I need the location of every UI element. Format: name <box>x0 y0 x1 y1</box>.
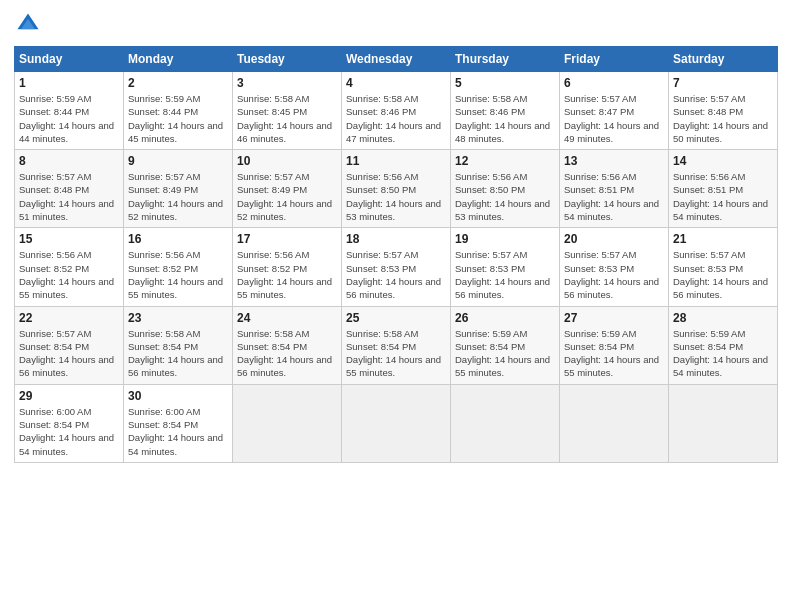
weekday-header-monday: Monday <box>124 47 233 72</box>
page: SundayMondayTuesdayWednesdayThursdayFrid… <box>0 0 792 612</box>
calendar-week-2: 8Sunrise: 5:57 AMSunset: 8:48 PMDaylight… <box>15 150 778 228</box>
calendar-day-13: 13Sunrise: 5:56 AMSunset: 8:51 PMDayligh… <box>560 150 669 228</box>
calendar-day-27: 27Sunrise: 5:59 AMSunset: 8:54 PMDayligh… <box>560 306 669 384</box>
calendar-header: SundayMondayTuesdayWednesdayThursdayFrid… <box>15 47 778 72</box>
weekday-header-friday: Friday <box>560 47 669 72</box>
calendar-day-10: 10Sunrise: 5:57 AMSunset: 8:49 PMDayligh… <box>233 150 342 228</box>
weekday-header-wednesday: Wednesday <box>342 47 451 72</box>
calendar-day-4: 4Sunrise: 5:58 AMSunset: 8:46 PMDaylight… <box>342 72 451 150</box>
calendar-day-12: 12Sunrise: 5:56 AMSunset: 8:50 PMDayligh… <box>451 150 560 228</box>
weekday-header-saturday: Saturday <box>669 47 778 72</box>
calendar-day-30: 30Sunrise: 6:00 AMSunset: 8:54 PMDayligh… <box>124 384 233 462</box>
calendar-day-8: 8Sunrise: 5:57 AMSunset: 8:48 PMDaylight… <box>15 150 124 228</box>
calendar-day-14: 14Sunrise: 5:56 AMSunset: 8:51 PMDayligh… <box>669 150 778 228</box>
weekday-header-thursday: Thursday <box>451 47 560 72</box>
calendar-day-22: 22Sunrise: 5:57 AMSunset: 8:54 PMDayligh… <box>15 306 124 384</box>
calendar-day-7: 7Sunrise: 5:57 AMSunset: 8:48 PMDaylight… <box>669 72 778 150</box>
logo-icon <box>14 10 42 38</box>
calendar-day-23: 23Sunrise: 5:58 AMSunset: 8:54 PMDayligh… <box>124 306 233 384</box>
calendar-day-empty <box>451 384 560 462</box>
calendar-day-3: 3Sunrise: 5:58 AMSunset: 8:45 PMDaylight… <box>233 72 342 150</box>
calendar-day-24: 24Sunrise: 5:58 AMSunset: 8:54 PMDayligh… <box>233 306 342 384</box>
calendar-day-19: 19Sunrise: 5:57 AMSunset: 8:53 PMDayligh… <box>451 228 560 306</box>
calendar-day-28: 28Sunrise: 5:59 AMSunset: 8:54 PMDayligh… <box>669 306 778 384</box>
header <box>14 10 778 38</box>
calendar-body: 1Sunrise: 5:59 AMSunset: 8:44 PMDaylight… <box>15 72 778 463</box>
calendar-day-25: 25Sunrise: 5:58 AMSunset: 8:54 PMDayligh… <box>342 306 451 384</box>
weekday-header-tuesday: Tuesday <box>233 47 342 72</box>
calendar-week-4: 22Sunrise: 5:57 AMSunset: 8:54 PMDayligh… <box>15 306 778 384</box>
weekday-row: SundayMondayTuesdayWednesdayThursdayFrid… <box>15 47 778 72</box>
calendar-day-15: 15Sunrise: 5:56 AMSunset: 8:52 PMDayligh… <box>15 228 124 306</box>
calendar-day-1: 1Sunrise: 5:59 AMSunset: 8:44 PMDaylight… <box>15 72 124 150</box>
calendar-day-20: 20Sunrise: 5:57 AMSunset: 8:53 PMDayligh… <box>560 228 669 306</box>
calendar-week-5: 29Sunrise: 6:00 AMSunset: 8:54 PMDayligh… <box>15 384 778 462</box>
calendar-table: SundayMondayTuesdayWednesdayThursdayFrid… <box>14 46 778 463</box>
calendar-day-29: 29Sunrise: 6:00 AMSunset: 8:54 PMDayligh… <box>15 384 124 462</box>
calendar-day-empty <box>342 384 451 462</box>
calendar-day-21: 21Sunrise: 5:57 AMSunset: 8:53 PMDayligh… <box>669 228 778 306</box>
calendar-week-3: 15Sunrise: 5:56 AMSunset: 8:52 PMDayligh… <box>15 228 778 306</box>
calendar-day-17: 17Sunrise: 5:56 AMSunset: 8:52 PMDayligh… <box>233 228 342 306</box>
weekday-header-sunday: Sunday <box>15 47 124 72</box>
calendar-day-26: 26Sunrise: 5:59 AMSunset: 8:54 PMDayligh… <box>451 306 560 384</box>
calendar-day-9: 9Sunrise: 5:57 AMSunset: 8:49 PMDaylight… <box>124 150 233 228</box>
calendar-day-16: 16Sunrise: 5:56 AMSunset: 8:52 PMDayligh… <box>124 228 233 306</box>
calendar-day-5: 5Sunrise: 5:58 AMSunset: 8:46 PMDaylight… <box>451 72 560 150</box>
calendar-day-18: 18Sunrise: 5:57 AMSunset: 8:53 PMDayligh… <box>342 228 451 306</box>
calendar-day-6: 6Sunrise: 5:57 AMSunset: 8:47 PMDaylight… <box>560 72 669 150</box>
calendar-week-1: 1Sunrise: 5:59 AMSunset: 8:44 PMDaylight… <box>15 72 778 150</box>
logo <box>14 10 46 38</box>
calendar-day-11: 11Sunrise: 5:56 AMSunset: 8:50 PMDayligh… <box>342 150 451 228</box>
calendar-day-empty <box>669 384 778 462</box>
calendar-day-empty <box>233 384 342 462</box>
calendar-day-2: 2Sunrise: 5:59 AMSunset: 8:44 PMDaylight… <box>124 72 233 150</box>
calendar-day-empty <box>560 384 669 462</box>
